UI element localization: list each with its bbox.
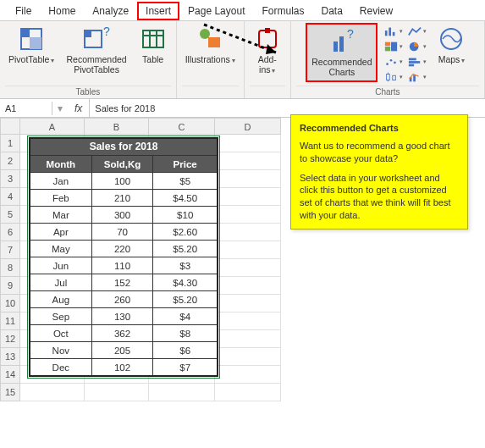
cell[interactable]	[215, 277, 281, 295]
table-cell: $4.50	[153, 189, 217, 206]
cell[interactable]	[215, 312, 281, 330]
tab-analyze[interactable]: Analyze	[84, 2, 137, 20]
table-row[interactable]: Feb210$4.50	[30, 189, 217, 206]
column-header[interactable]: D	[215, 118, 281, 135]
cell[interactable]	[215, 295, 281, 312]
table-row[interactable]: Dec102$7	[30, 358, 217, 375]
namebox-dropdown-icon[interactable]: ▾	[52, 102, 68, 114]
table-row[interactable]: Jul152$4.30	[30, 274, 217, 290]
row-header[interactable]: 3	[0, 170, 20, 188]
name-box[interactable]: A1	[0, 102, 52, 115]
svg-point-36	[441, 29, 461, 49]
cell[interactable]	[215, 366, 281, 384]
cell[interactable]	[215, 206, 281, 224]
cell[interactable]	[149, 384, 215, 401]
table-cell: $7	[153, 358, 217, 375]
cell[interactable]	[215, 259, 281, 277]
cell[interactable]	[215, 170, 281, 188]
row-header[interactable]: 14	[0, 366, 20, 384]
table-row[interactable]: Nov205$6	[30, 341, 217, 358]
table-cell: Jul	[30, 274, 92, 290]
pie-chart-icon[interactable]	[408, 40, 427, 53]
cell[interactable]	[215, 135, 281, 152]
table-cell: 362	[92, 324, 154, 341]
illustrations-button[interactable]: Illustrations	[182, 23, 239, 67]
table-row[interactable]: Mar300$10	[30, 206, 217, 223]
table-cell: 100	[92, 172, 154, 189]
row-header[interactable]: 2	[0, 152, 20, 170]
tooltip-text: Want us to recommend a good chart to sho…	[300, 140, 459, 165]
table-cell: Jan	[30, 172, 92, 189]
row-header[interactable]: 1	[0, 135, 20, 152]
row-header[interactable]: 5	[0, 206, 20, 224]
pivottable-icon	[18, 25, 45, 53]
statistic-chart-icon[interactable]	[384, 70, 403, 84]
table-header: Month	[30, 155, 92, 172]
row-header[interactable]: 12	[0, 330, 20, 348]
group-illustrations-label	[182, 86, 239, 97]
table-row[interactable]: Aug260$5.20	[30, 290, 217, 307]
column-header[interactable]: C	[149, 118, 215, 135]
table-cell: Jun	[30, 257, 92, 274]
column-header[interactable]: A	[20, 118, 85, 135]
row-header[interactable]: 7	[0, 241, 20, 259]
table-row[interactable]: May220$5.20	[30, 240, 217, 257]
tab-insert[interactable]: Insert	[137, 2, 179, 20]
line-chart-icon[interactable]	[408, 25, 427, 38]
formula-input[interactable]: Sales for 2018	[90, 102, 485, 115]
hierarchy-chart-icon[interactable]	[384, 40, 403, 53]
group-tables: PivotTable ? Recommended PivotTables Tab…	[0, 21, 177, 98]
table-row[interactable]: Apr70$2.60	[30, 223, 217, 240]
tab-data[interactable]: Data	[312, 2, 350, 20]
tab-home[interactable]: Home	[40, 2, 84, 20]
cell[interactable]	[215, 152, 281, 170]
table-button[interactable]: Table	[135, 23, 171, 67]
tooltip-text: Select data in your worksheet and click …	[300, 172, 459, 222]
tab-page-layout[interactable]: Page Layout	[179, 2, 253, 20]
row-header[interactable]: 10	[0, 295, 20, 312]
fx-icon[interactable]: fx	[68, 99, 90, 117]
cell[interactable]	[215, 188, 281, 206]
cell[interactable]	[85, 384, 149, 401]
recommended-charts-tooltip: Recommended Charts Want us to recommend …	[290, 114, 468, 230]
cell[interactable]	[215, 330, 281, 348]
row-header[interactable]: 13	[0, 348, 20, 366]
row-header[interactable]: 8	[0, 259, 20, 277]
recommended-charts-button[interactable]: ? Recommended Charts	[308, 25, 375, 80]
selected-data-table[interactable]: Sales for 2018 Month Sold,Kg Price Jan10…	[29, 137, 218, 377]
addins-button[interactable]: Add- ins	[250, 23, 285, 77]
scatter-chart-icon[interactable]	[384, 55, 403, 69]
tab-formulas[interactable]: Formulas	[253, 2, 312, 20]
column-header[interactable]: B	[85, 118, 149, 135]
cell[interactable]	[215, 241, 281, 259]
table-row[interactable]: Jun110$3	[30, 257, 217, 274]
pivottable-button[interactable]: PivotTable	[5, 23, 58, 67]
row-header[interactable]: 9	[0, 277, 20, 295]
table-cell: $4	[153, 307, 217, 324]
svg-rect-14	[333, 41, 338, 52]
row-header[interactable]: 6	[0, 224, 20, 241]
table-header: Sold,Kg	[92, 155, 154, 172]
tab-file[interactable]: File	[7, 2, 40, 20]
svg-rect-19	[393, 32, 395, 36]
table-row[interactable]: Jan100$5	[30, 172, 217, 189]
svg-point-24	[387, 63, 389, 65]
row-header[interactable]: 4	[0, 188, 20, 206]
tab-review[interactable]: Review	[351, 2, 401, 20]
combo-chart-icon[interactable]	[408, 70, 427, 84]
cell[interactable]	[215, 348, 281, 366]
row-header[interactable]: 11	[0, 312, 20, 330]
cell[interactable]	[20, 384, 85, 401]
column-chart-icon[interactable]	[384, 25, 403, 38]
cell[interactable]	[215, 224, 281, 241]
select-all-corner[interactable]	[0, 118, 20, 135]
svg-rect-27	[409, 58, 416, 61]
recommended-pivottables-button[interactable]: ? Recommended PivotTables	[63, 23, 130, 77]
bar-chart-icon[interactable]	[408, 55, 427, 69]
maps-button[interactable]: Maps	[433, 23, 469, 67]
table-row[interactable]: Oct362$8	[30, 324, 217, 341]
cell[interactable]	[215, 384, 281, 401]
illustrations-label: Illustrations	[185, 54, 235, 64]
table-row[interactable]: Sep130$4	[30, 307, 217, 324]
row-header[interactable]: 15	[0, 384, 20, 401]
